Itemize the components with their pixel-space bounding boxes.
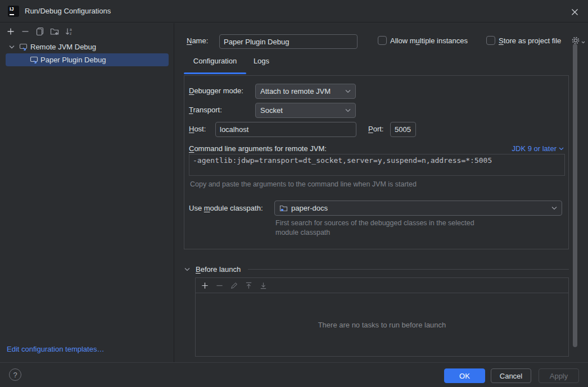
vertical-scrollbar[interactable] [573,44,577,347]
title-bar: IJ Run/Debug Configurations [0,0,588,22]
before-launch-empty-text: There are no tasks to run before launch [196,293,568,356]
before-launch-toolbar [196,278,568,293]
dialog-title: Run/Debug Configurations [25,7,111,15]
name-label: Name: [187,37,208,45]
use-module-classpath-label: Use module classpath: [189,204,263,212]
remote-debug-config-icon [30,56,39,65]
name-input[interactable] [219,34,358,49]
configuration-editor: Name: Allow multiple instances Store as … [175,23,588,362]
chevron-down-icon [551,206,557,210]
host-input[interactable] [215,122,356,137]
remote-debug-config-icon [19,43,28,52]
before-launch-toggle[interactable]: Before launch [184,265,241,274]
allow-multiple-instances-label: Allow multiple instances [390,37,468,45]
tree-item-label: Paper Plugin Debug [40,56,106,64]
debugger-mode-dropdown[interactable]: Attach to remote JVM [255,84,356,99]
command-line-hint: Copy and paste the arguments to the comm… [190,180,417,188]
add-configuration-icon[interactable] [6,26,16,37]
port-input[interactable] [390,122,416,137]
active-tab-indicator [184,72,246,74]
tree-group-remote-jvm-debug[interactable]: Remote JVM Debug [0,40,174,53]
store-as-project-file-checkbox[interactable] [486,36,495,45]
module-classpath-hint-line1: First search for sources of the debugged… [275,219,474,227]
remove-task-icon[interactable] [214,280,224,290]
host-label: Host: [189,125,206,133]
cancel-button[interactable]: Cancel [491,368,531,383]
transport-label: Transport: [189,106,222,114]
chevron-down-icon [345,89,351,93]
module-icon [279,204,288,212]
store-as-project-file-label: Store as project file [499,37,561,45]
chevron-down-icon[interactable] [9,45,15,49]
svg-text:a: a [70,28,72,31]
tab-logs[interactable]: Logs [246,57,277,75]
logo-text: IJ [10,6,14,12]
dialog-footer: ? OK Cancel Apply [0,362,588,387]
store-options-gear-icon[interactable] [571,36,585,45]
chevron-down-icon [184,267,190,271]
ok-button[interactable]: OK [444,368,485,383]
chevron-down-icon [559,147,564,151]
configurations-sidebar: az Remote JVM Debug Paper Plugin Debug E… [0,23,174,362]
jdk-version-dropdown[interactable]: JDK 9 or later [512,144,564,153]
module-classpath-hint-line2: module classpath [275,229,330,236]
intellij-logo-icon: IJ [8,6,19,17]
transport-dropdown[interactable]: Socket [255,103,356,118]
module-classpath-dropdown[interactable]: paper-docs [274,201,562,216]
edit-configuration-templates-link[interactable]: Edit configuration templates… [7,345,104,353]
configuration-tab-panel: Debugger mode: Attach to remote JVM Tran… [184,75,569,249]
command-line-arguments-field[interactable]: -agentlib:jdwp=transport=dt_socket,serve… [189,154,565,176]
allow-multiple-instances-checkbox[interactable] [378,36,387,45]
tree-group-label: Remote JVM Debug [30,43,96,51]
apply-button: Apply [539,368,579,383]
before-launch-divider [248,269,569,270]
before-launch-label: Before launch [196,265,241,274]
before-launch-panel: There are no tasks to run before launch [195,277,569,357]
chevron-down-icon [345,108,351,112]
remove-configuration-icon[interactable] [20,26,30,37]
sort-alphabetically-icon[interactable]: az [64,26,74,37]
debugger-mode-label: Debugger mode: [189,86,243,95]
run-debug-configurations-dialog: IJ Run/Debug Configurations az [0,0,588,387]
move-down-icon[interactable] [258,280,268,290]
svg-text:z: z [70,31,71,35]
edit-task-icon[interactable] [229,280,239,290]
add-task-icon[interactable] [200,280,210,290]
new-folder-icon[interactable] [49,26,60,37]
copy-configuration-icon[interactable] [35,26,45,37]
move-up-icon[interactable] [243,280,254,290]
port-label: Port: [368,125,383,133]
close-icon[interactable] [569,6,580,17]
tree-item-paper-plugin-debug[interactable]: Paper Plugin Debug [6,53,169,66]
command-line-arguments-label: Command line arguments for remote JVM: [189,144,327,153]
help-icon[interactable]: ? [9,368,21,381]
